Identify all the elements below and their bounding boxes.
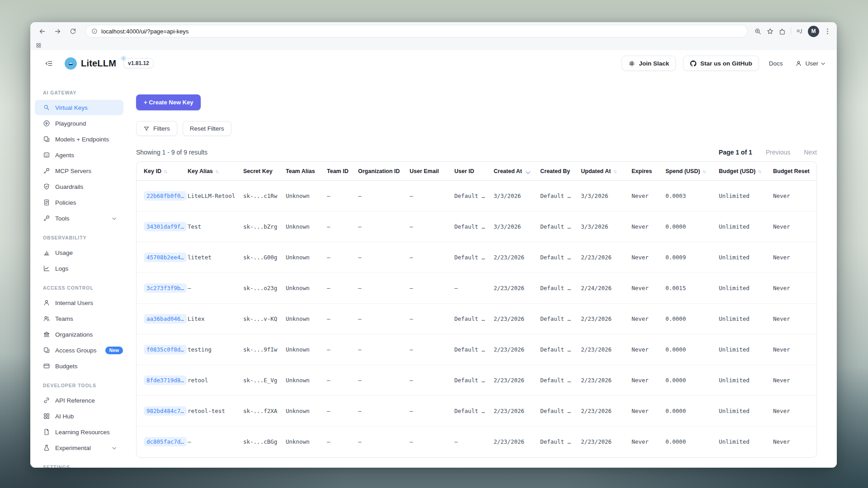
link-icon — [43, 397, 50, 404]
column-header-created-at[interactable]: Created At — [494, 162, 540, 181]
key-id-link[interactable]: f0835c0f8d… — [144, 345, 187, 354]
table-cell: – — [410, 304, 454, 334]
table-cell: – — [358, 242, 410, 273]
url-bar[interactable]: localhost:4000/ui/?page=api-keys — [85, 25, 748, 38]
column-label: Budget Reset — [773, 168, 810, 174]
sidebar-item-api-reference[interactable]: API Reference — [35, 393, 123, 408]
table-cell: Default … — [454, 396, 494, 427]
bookmark-star-icon[interactable] — [766, 28, 774, 35]
star-github-button[interactable]: Star us on GitHub — [683, 56, 759, 71]
table-cell: 2/23/2026 — [494, 396, 540, 427]
sidebar-item-budgets[interactable]: Budgets — [35, 358, 123, 374]
table-cell: litetet — [188, 242, 243, 273]
sidebar-item-experimental[interactable]: Experimental — [35, 440, 123, 455]
sidebar-item-models-endpoints[interactable]: Models + Endpoints — [35, 131, 123, 147]
sidebar-section-label: ACCESS CONTROL — [43, 285, 128, 291]
copy-icon — [43, 347, 50, 354]
reset-filters-button[interactable]: Reset Filters — [183, 121, 231, 136]
table-cell: – — [188, 427, 243, 457]
user-menu[interactable]: User — [795, 60, 824, 67]
sidebar-item-logs[interactable]: Logs — [35, 261, 123, 276]
sidebar-item-policies[interactable]: Policies — [35, 195, 123, 210]
filters-button[interactable]: Filters — [136, 121, 177, 136]
sidebar-item-playground[interactable]: Playground — [35, 116, 123, 131]
key-id-link[interactable]: 982bd484c7… — [144, 406, 187, 416]
column-header-key-alias[interactable]: Key Alias↑↓ — [188, 162, 243, 181]
sidebar-item-access-groups[interactable]: Access GroupsNew — [35, 343, 123, 358]
table-cell: – — [327, 427, 358, 457]
table-cell: 2/23/2026 — [581, 365, 632, 396]
sidebar-item-ai-hub[interactable]: AI Hub — [35, 408, 123, 424]
sidebar-item-teams[interactable]: Teams — [35, 311, 123, 326]
sidebar-item-label: Internal Users — [55, 300, 93, 306]
column-header-key-id[interactable]: Key ID↑↓ — [137, 162, 188, 181]
key-id-link[interactable]: 22b68fb0f0… — [144, 191, 187, 201]
sidebar-item-tools[interactable]: Tools — [35, 211, 123, 226]
page-info: Page 1 of 1 — [719, 149, 752, 156]
side-panel-icon[interactable] — [796, 28, 803, 35]
key-id-link[interactable]: 3c273f3f9b… — [144, 283, 187, 293]
create-new-key-button[interactable]: + Create New Key — [136, 94, 201, 110]
docs-link[interactable]: Docs — [769, 60, 783, 67]
table-cell: 2/23/2026 — [494, 365, 540, 396]
sidebar-item-mcp-servers[interactable]: MCP Servers — [35, 163, 123, 178]
table-cell: Default … — [540, 396, 581, 427]
sidebar-item-agents[interactable]: Agents — [35, 147, 123, 163]
zoom-icon[interactable] — [754, 28, 762, 35]
table-cell: Never — [773, 396, 817, 427]
key-id-link[interactable]: aa36bad046… — [144, 314, 187, 324]
filters-label: Filters — [153, 125, 170, 132]
brand[interactable]: LiteLLM — [65, 57, 116, 70]
table-row: 34301daf9f…Testsk-...bZrgUnknown–––Defau… — [137, 211, 817, 242]
key-id-link[interactable]: 34301daf9f… — [144, 222, 187, 231]
column-header-updated-at[interactable]: Updated At↑↓ — [581, 162, 632, 181]
key-id-cell: 34301daf9f… — [137, 211, 188, 242]
sidebar-section-label: DEVELOPER TOOLS — [43, 383, 128, 388]
sidebar-item-usage[interactable]: Usage — [35, 245, 123, 260]
sidebar-collapse-button[interactable] — [43, 57, 55, 69]
table-row: f0835c0f8d…testingsk-...9fIwUnknown–––De… — [137, 334, 817, 365]
extensions-icon[interactable] — [778, 28, 786, 35]
table-cell: 2/23/2026 — [494, 242, 540, 273]
table-cell: Never — [773, 334, 817, 365]
main-content: + Create New Key Filters Reset Filters S… — [128, 76, 837, 468]
browser-window: localhost:4000/ui/?page=api-keys M — [30, 22, 837, 468]
key-id-link[interactable]: 45708b2ee4… — [144, 253, 187, 262]
bookmarks-strip — [30, 40, 837, 50]
sidebar-item-virtual-keys[interactable]: Virtual Keys — [35, 100, 123, 115]
column-header-budget-usd[interactable]: Budget (USD)↑↓ — [719, 162, 773, 181]
key-icon — [43, 104, 50, 111]
browser-profile-avatar[interactable]: M — [808, 26, 819, 37]
table-cell: Default … — [540, 211, 581, 242]
forward-button[interactable] — [51, 25, 64, 38]
table-cell: – — [358, 396, 410, 427]
reload-button[interactable] — [66, 25, 79, 38]
key-id-link[interactable]: dc805fac7d… — [144, 437, 187, 446]
browser-menu-icon[interactable] — [824, 28, 831, 35]
table-cell: Default … — [454, 365, 494, 396]
apps-grid-icon[interactable] — [36, 42, 42, 48]
next-page-button[interactable]: Next — [804, 149, 817, 156]
sidebar-item-guardrails[interactable]: Guardrails — [35, 179, 123, 194]
table-cell: – — [410, 181, 454, 211]
sidebar-item-learning-resources[interactable]: Learning Resources — [35, 424, 123, 440]
chevron-down-icon — [821, 61, 825, 65]
results-summary: Showing 1 - 9 of 9 results — [136, 149, 208, 156]
column-header-spend-usd[interactable]: Spend (USD)↑↓ — [665, 162, 719, 181]
sidebar-item-organizations[interactable]: Organizations — [35, 327, 123, 342]
agent-icon — [43, 151, 50, 159]
join-slack-button[interactable]: Join Slack — [622, 56, 676, 71]
back-button[interactable] — [36, 25, 48, 38]
table-cell: retool-test — [188, 396, 243, 427]
table-cell: Never — [632, 334, 665, 365]
table-cell: 0.0000 — [665, 334, 719, 365]
previous-page-button[interactable]: Previous — [766, 149, 790, 156]
key-id-cell: f0835c0f8d… — [137, 334, 188, 365]
table-body: 22b68fb0f0…LiteLLM-Retoolsk-...c1RwUnkno… — [137, 181, 817, 457]
column-header-team-id: Team ID — [327, 162, 358, 181]
table-cell: Unknown — [286, 396, 327, 427]
table-cell: sk-...bZrg — [243, 211, 286, 242]
table-row: 3c273f3f9b…–sk-...o23gUnknown––––2/23/20… — [137, 273, 817, 304]
sidebar-item-internal-users[interactable]: Internal Users — [35, 295, 123, 310]
key-id-link[interactable]: 8fde3719d8… — [144, 375, 187, 385]
